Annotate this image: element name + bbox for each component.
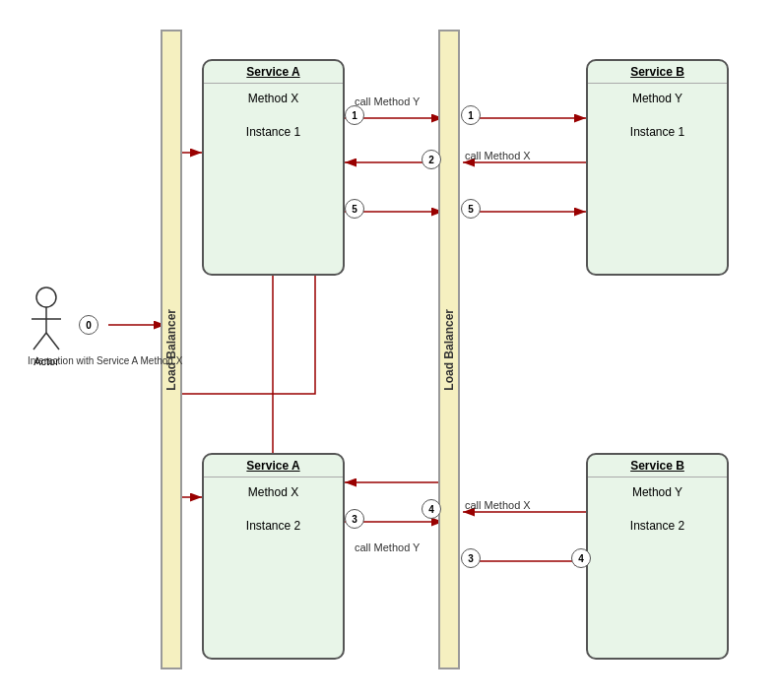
actor-figure bbox=[22, 286, 71, 354]
step-3b-label: 3 bbox=[468, 553, 474, 564]
step-2-label: 2 bbox=[428, 155, 434, 165]
step-1b-label: 1 bbox=[468, 110, 474, 121]
call-method-x1-label: call Method X bbox=[465, 150, 531, 161]
step-3-circle: 3 bbox=[345, 509, 364, 529]
service-b2-instance: Instance 2 bbox=[596, 519, 719, 533]
diagram: Load Balancer Load Balancer Service A Me… bbox=[0, 0, 779, 700]
service-a1-title: Service A bbox=[204, 61, 343, 84]
load-balancer-a: Load Balancer bbox=[161, 30, 182, 669]
actor-description: Interaction with Service A Method X bbox=[28, 354, 106, 367]
step-3-label: 3 bbox=[352, 514, 357, 525]
service-a2-box: Service A Method X Instance 2 bbox=[202, 453, 345, 660]
call-method-x2-text: call Method X bbox=[465, 499, 531, 511]
step-5b-circle: 5 bbox=[461, 199, 481, 219]
step-4b-label: 4 bbox=[578, 553, 584, 564]
step-4a-circle: 4 bbox=[422, 499, 441, 519]
service-b2-title: Service B bbox=[588, 455, 727, 477]
step-1-circle: 1 bbox=[345, 105, 364, 125]
call-method-y2-text: call Method Y bbox=[355, 541, 420, 553]
load-balancer-b-label: Load Balancer bbox=[442, 309, 456, 391]
service-b2-box: Service B Method Y Instance 2 bbox=[586, 453, 729, 660]
call-method-x1-text: call Method X bbox=[465, 150, 531, 161]
actor-desc-text: Interaction with Service A Method X bbox=[28, 355, 182, 366]
step-3b-circle: 3 bbox=[461, 548, 481, 568]
call-method-y2-label: call Method Y bbox=[355, 541, 420, 553]
service-a2-method: Method X bbox=[212, 485, 335, 499]
step-0-label: 0 bbox=[86, 320, 92, 331]
svg-line-7 bbox=[46, 333, 59, 350]
step-4a-label: 4 bbox=[428, 504, 434, 515]
svg-line-6 bbox=[33, 333, 46, 350]
service-a2-title: Service A bbox=[204, 455, 343, 477]
load-balancer-b: Load Balancer bbox=[438, 30, 460, 669]
service-a1-instance: Instance 1 bbox=[212, 125, 335, 139]
service-b1-method: Method Y bbox=[596, 92, 719, 105]
service-b1-box: Service B Method Y Instance 1 bbox=[586, 59, 729, 276]
service-a2-instance: Instance 2 bbox=[212, 519, 335, 533]
step-0-circle: 0 bbox=[79, 315, 98, 335]
step-5a-label: 5 bbox=[352, 204, 357, 215]
service-b2-method: Method Y bbox=[596, 485, 719, 499]
call-method-y-label: call Method Y bbox=[355, 95, 420, 107]
step-1b-circle: 1 bbox=[461, 105, 481, 125]
service-a1-box: Service A Method X Instance 1 bbox=[202, 59, 345, 276]
service-a1-method: Method X bbox=[212, 92, 335, 105]
step-5b-label: 5 bbox=[468, 204, 474, 215]
service-b1-instance: Instance 1 bbox=[596, 125, 719, 139]
step-5a-circle: 5 bbox=[345, 199, 364, 219]
load-balancer-a-label: Load Balancer bbox=[164, 309, 178, 391]
step-2-circle: 2 bbox=[422, 150, 441, 169]
call-method-y-text: call Method Y bbox=[355, 95, 420, 107]
service-b1-title: Service B bbox=[588, 61, 727, 84]
step-4b-circle: 4 bbox=[571, 548, 591, 568]
call-method-x2-label: call Method X bbox=[465, 499, 531, 511]
svg-point-3 bbox=[36, 287, 56, 307]
step-1-label: 1 bbox=[352, 110, 357, 121]
